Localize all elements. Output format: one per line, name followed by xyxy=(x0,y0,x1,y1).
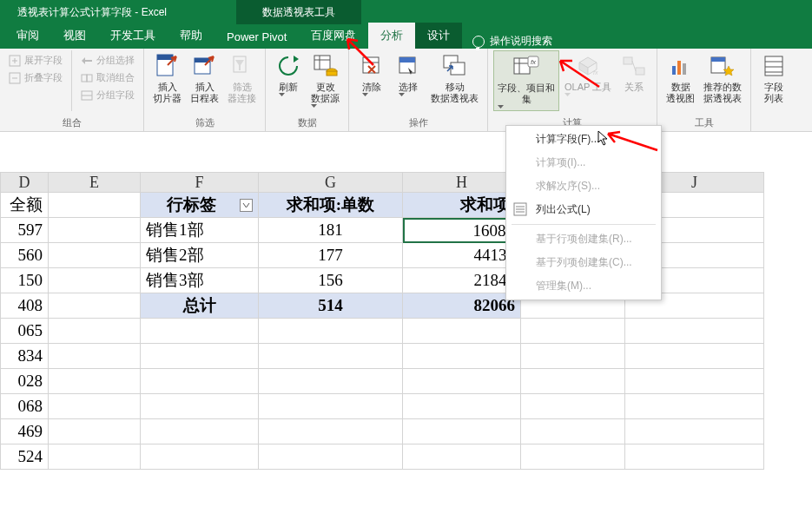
column-header-H[interactable]: H xyxy=(403,172,521,193)
insert-timeline-button[interactable]: 插入日程表 xyxy=(187,50,222,106)
cell[interactable] xyxy=(49,444,141,470)
column-header-F[interactable]: F xyxy=(141,172,259,193)
clear-button[interactable]: 清除 xyxy=(354,50,389,98)
cell[interactable] xyxy=(141,319,259,344)
recommended-pivot-button[interactable]: 推荐的数据透视表 xyxy=(700,50,745,106)
cell[interactable] xyxy=(259,319,403,344)
cell[interactable] xyxy=(141,444,259,470)
change-data-source-button[interactable]: 更改数据源 xyxy=(307,50,343,109)
cell[interactable] xyxy=(521,344,625,369)
tab-review[interactable]: 审阅 xyxy=(4,23,51,49)
cell[interactable]: 21846 xyxy=(403,268,521,293)
tab-help[interactable]: 帮助 xyxy=(168,23,215,49)
cell[interactable] xyxy=(49,319,141,344)
cell[interactable]: 16088 xyxy=(403,218,521,243)
cell[interactable] xyxy=(259,369,403,394)
cell[interactable] xyxy=(259,344,403,369)
cell[interactable] xyxy=(521,394,625,419)
cell[interactable]: 028 xyxy=(0,369,49,394)
cell[interactable] xyxy=(625,319,764,344)
cell[interactable] xyxy=(403,394,521,419)
cell[interactable] xyxy=(521,319,625,344)
cell[interactable] xyxy=(625,369,764,394)
cell[interactable]: 销售1部 xyxy=(141,218,259,243)
cell[interactable]: 469 xyxy=(0,419,49,444)
tab-powerpivot[interactable]: Power Pivot xyxy=(215,25,299,49)
cell[interactable] xyxy=(49,193,141,218)
insert-slicer-button[interactable]: 插入切片器 xyxy=(149,50,185,106)
cell[interactable] xyxy=(141,369,259,394)
cell[interactable] xyxy=(259,419,403,444)
cell[interactable] xyxy=(49,419,141,444)
cell[interactable]: 834 xyxy=(0,344,49,369)
cell[interactable]: 560 xyxy=(0,243,49,268)
cell[interactable]: 181 xyxy=(259,218,403,243)
cell[interactable] xyxy=(625,394,764,419)
cell[interactable]: 行标签 xyxy=(141,193,259,218)
cell[interactable] xyxy=(49,369,141,394)
cell[interactable]: 068 xyxy=(0,394,49,419)
cell[interactable] xyxy=(521,369,625,394)
cell[interactable] xyxy=(625,444,764,470)
cell[interactable] xyxy=(49,394,141,419)
field-list-button[interactable]: 字段列表 xyxy=(756,50,791,106)
cell[interactable] xyxy=(403,444,521,470)
cell[interactable]: 065 xyxy=(0,319,49,344)
cell[interactable]: 总计 xyxy=(141,293,259,319)
cell[interactable] xyxy=(49,243,141,268)
cell[interactable] xyxy=(49,218,141,243)
menu-calculated-field[interactable]: 计算字段(F)... xyxy=(506,128,661,151)
cell[interactable] xyxy=(141,344,259,369)
column-header-D[interactable]: D xyxy=(0,172,49,193)
menu-list-formulas[interactable]: 列出公式(L) xyxy=(506,198,661,221)
cell[interactable] xyxy=(403,369,521,394)
filter-dropdown-icon[interactable] xyxy=(240,199,253,212)
cell[interactable] xyxy=(259,444,403,470)
group-field-button: 分组字段 xyxy=(77,87,138,103)
cell[interactable]: 82066 xyxy=(403,293,521,319)
cell[interactable] xyxy=(259,394,403,419)
cell[interactable] xyxy=(521,444,625,470)
cell[interactable] xyxy=(403,319,521,344)
pivot-chart-button[interactable]: 数据透视图 xyxy=(663,50,698,106)
cell[interactable]: 156 xyxy=(259,268,403,293)
tell-me-search[interactable]: 操作说明搜索 xyxy=(462,34,563,49)
cell[interactable] xyxy=(49,344,141,369)
cell[interactable] xyxy=(403,419,521,444)
cell[interactable]: 408 xyxy=(0,293,49,319)
cell[interactable]: 177 xyxy=(259,243,403,268)
cell[interactable] xyxy=(141,419,259,444)
cell[interactable] xyxy=(49,293,141,319)
cell[interactable]: 求和项: xyxy=(403,193,521,218)
cell[interactable] xyxy=(625,344,764,369)
cell[interactable] xyxy=(403,344,521,369)
cell[interactable]: 44132 xyxy=(403,243,521,268)
ribbon-group-tools: 数据透视图 推荐的数据透视表 工具 xyxy=(657,49,751,131)
cell[interactable]: 全额 xyxy=(0,193,49,218)
cell[interactable]: 销售3部 xyxy=(141,268,259,293)
tab-developer[interactable]: 开发工具 xyxy=(98,23,168,49)
select-button[interactable]: 选择 xyxy=(391,50,426,98)
cell[interactable]: 销售2部 xyxy=(141,243,259,268)
menu-separator xyxy=(512,224,656,225)
cell[interactable] xyxy=(521,419,625,444)
column-header-G[interactable]: G xyxy=(259,172,403,193)
cell[interactable]: 514 xyxy=(259,293,403,319)
tab-view[interactable]: 视图 xyxy=(51,23,98,49)
cell[interactable] xyxy=(625,419,764,444)
tab-analyze[interactable]: 分析 xyxy=(368,23,415,49)
tab-design[interactable]: 设计 xyxy=(415,23,462,49)
chevron-down-icon xyxy=(362,93,368,96)
cell[interactable]: 524 xyxy=(0,444,49,470)
column-header-E[interactable]: E xyxy=(49,172,141,193)
cell[interactable]: 求和项:单数 xyxy=(259,193,403,218)
move-pivot-button[interactable]: 移动数据透视表 xyxy=(427,50,482,106)
cell[interactable]: 150 xyxy=(0,268,49,293)
cell[interactable]: 597 xyxy=(0,218,49,243)
chevron-down-icon xyxy=(311,104,317,108)
cell[interactable] xyxy=(141,394,259,419)
refresh-button[interactable]: 刷新 xyxy=(271,50,306,98)
tab-baidu[interactable]: 百度网盘 xyxy=(299,23,368,49)
fields-items-sets-button[interactable]: fx 字段、项目和集 xyxy=(493,50,559,111)
cell[interactable] xyxy=(49,268,141,293)
